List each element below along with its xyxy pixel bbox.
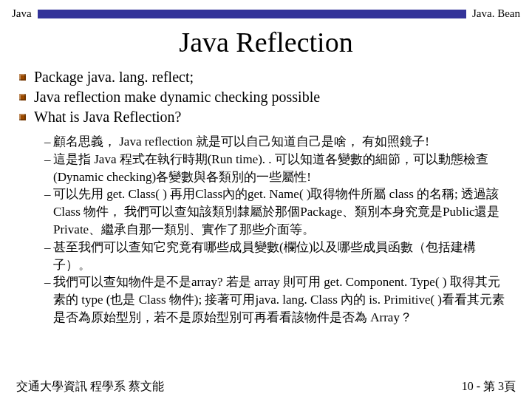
- footer-left: 交通大學資訊 程學系 蔡文能: [16, 379, 164, 395]
- sub-bullet-item: 顧名思義， Java reflection 就是可以自己知道自己是啥， 有如照鏡…: [44, 133, 511, 151]
- slide-content: Package java. lang. reflect; Java reflec…: [0, 67, 532, 327]
- sub-bullet-list: 顧名思義， Java reflection 就是可以自己知道自己是啥， 有如照鏡…: [34, 133, 511, 327]
- slide-header: Java Java. Bean: [0, 0, 532, 23]
- bullet-item: Java reflection make dynamic checking po…: [34, 87, 511, 107]
- sub-bullet-item: 可以先用 get. Class( ) 再用Class內的get. Name( )…: [44, 185, 511, 238]
- bullet-item: What is Java Reflection?: [34, 107, 511, 127]
- sub-bullet-item: 我們可以查知物件是不是array? 若是 array 則可用 get. Comp…: [44, 273, 511, 326]
- header-right-label: Java. Bean: [472, 7, 520, 20]
- sub-bullet-item: 甚至我們可以查知它究竟有哪些成員變數(欄位)以及哪些成員函數（包括建構子）。: [44, 239, 511, 274]
- sub-bullet-item: 這是指 Java 程式在執行時期(Run time). . 可以知道各變數的細節…: [44, 151, 511, 186]
- bullet-list: Package java. lang. reflect; Java reflec…: [34, 67, 511, 127]
- slide-title: Java Reflection: [0, 26, 532, 58]
- header-divider-bar: [38, 10, 466, 18]
- bullet-item: Package java. lang. reflect;: [34, 67, 511, 87]
- footer-page-number: 10 - 第 3頁: [462, 379, 516, 395]
- header-left-label: Java: [12, 7, 32, 20]
- slide-footer: 交通大學資訊 程學系 蔡文能 10 - 第 3頁: [0, 379, 532, 395]
